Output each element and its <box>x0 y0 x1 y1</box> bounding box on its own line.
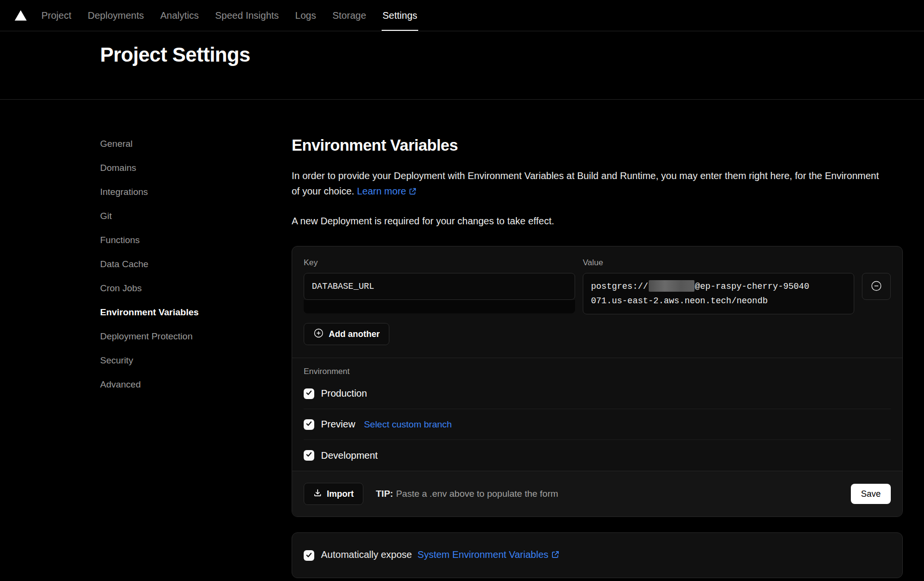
sidebar-item-general[interactable]: General <box>100 138 292 150</box>
sidebar-item-domains[interactable]: Domains <box>100 162 292 174</box>
page-title: Project Settings <box>100 43 250 66</box>
key-value-row: Key DATABASE_URL Value postgres://@ep-ra… <box>304 258 891 314</box>
section-description: In order to provide your Deployment with… <box>292 168 903 200</box>
remove-column <box>862 258 891 314</box>
env-var-card-body: Key DATABASE_URL Value postgres://@ep-ra… <box>292 246 902 358</box>
environment-label: Environment <box>304 366 891 378</box>
system-env-card: Automatically expose System Environment … <box>292 532 903 578</box>
system-env-checkbox[interactable] <box>304 550 314 561</box>
vercel-logo-icon[interactable] <box>14 10 27 21</box>
sidebar-item-functions[interactable]: Functions <box>100 234 292 246</box>
checkmark-icon <box>306 389 312 398</box>
add-another-button[interactable]: Add another <box>304 323 389 345</box>
sidebar-item-integrations[interactable]: Integrations <box>100 186 292 198</box>
external-link-icon <box>551 550 560 561</box>
download-icon <box>313 489 322 500</box>
settings-sidebar: General Domains Integrations Git Functio… <box>100 100 292 578</box>
import-button[interactable]: Import <box>304 483 363 505</box>
remove-label-spacer <box>862 258 891 268</box>
key-column: Key DATABASE_URL <box>304 258 575 314</box>
system-env-prefix: Automatically expose <box>321 549 412 560</box>
preview-checkbox[interactable] <box>304 419 314 430</box>
main-panel: Environment Variables In order to provid… <box>292 100 903 578</box>
content: General Domains Integrations Git Functio… <box>0 100 924 578</box>
nav-tab-logs[interactable]: Logs <box>295 0 316 31</box>
remove-row-button[interactable] <box>862 273 891 300</box>
value-line1-prefix: postgres:// <box>591 282 648 291</box>
value-line1-suffix: @ep-raspy-cherry-95040 <box>695 282 809 291</box>
sidebar-item-data-cache[interactable]: Data Cache <box>100 258 292 270</box>
nav-tab-deployments[interactable]: Deployments <box>88 0 144 31</box>
checkmark-icon <box>306 420 312 429</box>
sidebar-item-git[interactable]: Git <box>100 210 292 222</box>
development-label: Development <box>321 450 378 461</box>
page-header: Project Settings <box>0 31 924 100</box>
production-label: Production <box>321 388 367 399</box>
nav-items: Project Deployments Analytics Speed Insi… <box>41 0 417 31</box>
nav-tab-project[interactable]: Project <box>41 0 71 31</box>
env-var-card: Key DATABASE_URL Value postgres://@ep-ra… <box>292 246 903 517</box>
sidebar-item-security[interactable]: Security <box>100 355 292 366</box>
nav-tab-speed-insights[interactable]: Speed Insights <box>215 0 279 31</box>
env-key-value: DATABASE_URL <box>312 282 374 291</box>
nav-tab-storage[interactable]: Storage <box>333 0 366 31</box>
checkmark-icon <box>306 550 312 561</box>
save-button[interactable]: Save <box>851 484 891 504</box>
deployment-note: A new Deployment is required for your ch… <box>292 213 903 229</box>
tip-label: TIP: <box>376 489 393 499</box>
env-row-production: Production <box>304 378 891 409</box>
sidebar-item-advanced[interactable]: Advanced <box>100 379 292 390</box>
description-line1: In order to provide your Deployment with… <box>292 168 903 183</box>
value-column: Value postgres://@ep-raspy-cherry-950400… <box>583 258 854 314</box>
env-value-input[interactable]: postgres://@ep-raspy-cherry-95040071.us-… <box>583 273 854 314</box>
import-label: Import <box>327 489 354 499</box>
tip-body: Paste a .env above to populate the form <box>396 489 558 499</box>
circle-minus-icon <box>871 280 882 293</box>
learn-more-link[interactable]: Learn more <box>357 186 417 196</box>
card-footer: Import TIP:Paste a .env above to populat… <box>292 471 902 516</box>
description-line2-text: of your choice. <box>292 186 354 196</box>
development-checkbox[interactable] <box>304 450 314 461</box>
sidebar-item-environment-variables[interactable]: Environment Variables <box>100 307 292 318</box>
external-link-icon <box>409 187 417 197</box>
description-line2: of your choice. Learn more <box>292 183 903 200</box>
system-env-link[interactable]: System Environment Variables <box>418 549 560 560</box>
sidebar-item-cron-jobs[interactable]: Cron Jobs <box>100 283 292 294</box>
env-key-input[interactable]: DATABASE_URL <box>304 273 575 300</box>
production-checkbox[interactable] <box>304 388 314 399</box>
env-row-preview: Preview Select custom branch <box>304 409 891 440</box>
env-row-development: Development <box>304 440 891 471</box>
top-navbar: Project Deployments Analytics Speed Insi… <box>0 0 924 31</box>
select-custom-branch-link[interactable]: Select custom branch <box>364 419 452 430</box>
redacted-credential <box>649 280 694 292</box>
env-key-input-extension[interactable] <box>304 300 575 313</box>
section-heading: Environment Variables <box>292 136 903 155</box>
tip-text: TIP:Paste a .env above to populate the f… <box>376 489 558 499</box>
key-label: Key <box>304 258 575 268</box>
value-label: Value <box>583 258 854 268</box>
system-env-link-label: System Environment Variables <box>418 549 549 560</box>
circle-plus-icon <box>313 328 324 341</box>
environment-section: Environment Production Preview Select cu… <box>292 358 902 471</box>
nav-tab-analytics[interactable]: Analytics <box>160 0 199 31</box>
system-env-text: Automatically expose System Environment … <box>321 549 560 561</box>
nav-tab-settings[interactable]: Settings <box>383 0 417 31</box>
preview-label: Preview <box>321 419 355 430</box>
add-another-label: Add another <box>329 329 380 339</box>
checkmark-icon <box>306 451 312 460</box>
sidebar-item-deployment-protection[interactable]: Deployment Protection <box>100 331 292 342</box>
learn-more-label: Learn more <box>357 186 406 196</box>
value-line2: 071.us-east-2.aws.neon.tech/neondb <box>591 296 768 306</box>
